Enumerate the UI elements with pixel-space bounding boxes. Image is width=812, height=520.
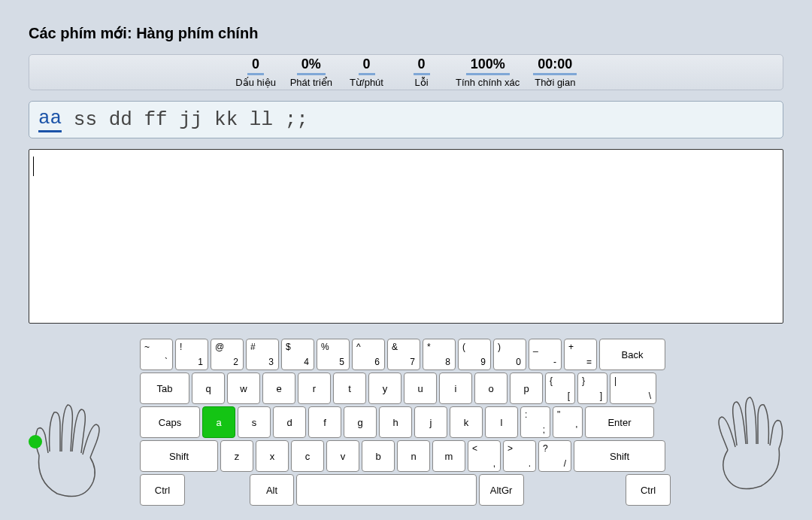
key-tab[interactable]: Tab — [140, 373, 189, 404]
key-u[interactable]: u — [404, 373, 437, 404]
key-`[interactable]: ~` — [140, 339, 173, 370]
key-4[interactable]: $4 — [281, 339, 314, 370]
key-altgr[interactable]: AltGr — [479, 474, 524, 506]
stat-value: 00:00 — [533, 56, 577, 75]
typing-input[interactable] — [29, 149, 783, 324]
stat-label: Thời gian — [535, 77, 575, 88]
stat-label: Từ/phút — [350, 77, 383, 88]
stat-value: 0 — [414, 56, 430, 75]
key-x[interactable]: x — [256, 440, 289, 472]
key-t[interactable]: t — [333, 373, 366, 404]
key-3[interactable]: #3 — [246, 339, 279, 370]
stat-label: Phát triển — [290, 77, 332, 88]
key-i[interactable]: i — [439, 373, 472, 404]
key-ctrl-right[interactable]: Ctrl — [626, 474, 671, 506]
key-shift-right[interactable]: Shift — [574, 440, 665, 472]
key-/[interactable]: ?/ — [538, 440, 571, 472]
key-shift-left[interactable]: Shift — [140, 440, 218, 472]
key-o[interactable]: o — [474, 373, 508, 404]
key-][interactable]: }] — [577, 373, 607, 404]
key-q[interactable]: q — [192, 373, 225, 404]
key-ctrl-left[interactable]: Ctrl — [140, 474, 185, 506]
key-p[interactable]: p — [510, 373, 543, 404]
key-r[interactable]: r — [298, 373, 331, 404]
target-highlighted: aa — [38, 107, 62, 132]
stat-signs: 0 Dấu hiệu — [235, 56, 277, 88]
key-k[interactable]: k — [450, 406, 483, 438]
key-0[interactable]: )0 — [493, 339, 526, 370]
stat-value: 0 — [359, 56, 375, 75]
stat-label: Dấu hiệu — [235, 77, 276, 88]
target-text-display: aa ss dd ff jj kk ll ;; — [29, 101, 783, 138]
key-space[interactable] — [296, 474, 476, 506]
key-7[interactable]: &7 — [387, 339, 420, 370]
stats-bar: 0 Dấu hiệu 0% Phát triển 0 Từ/phút 0 Lỗi… — [29, 54, 783, 90]
key-backspace[interactable]: Back — [599, 339, 665, 370]
stat-value: 0% — [297, 56, 326, 75]
stat-label: Tính chính xác — [456, 77, 520, 88]
key-.[interactable]: >. — [503, 440, 536, 472]
key-g[interactable]: g — [344, 406, 377, 438]
key-1[interactable]: !1 — [175, 339, 208, 370]
key-h[interactable]: h — [379, 406, 412, 438]
key-'[interactable]: "' — [553, 406, 583, 438]
stat-value: 0 — [247, 56, 264, 75]
key-=[interactable]: += — [564, 339, 597, 370]
stat-wpm: 0 Từ/phút — [346, 56, 387, 88]
key--[interactable]: _- — [529, 339, 562, 370]
finger-indicator-dot — [29, 435, 42, 449]
key-backslash[interactable]: |\ — [610, 373, 656, 404]
virtual-keyboard: ~`!1@2#3$4%5^6&7*8(9)0_-+=Back Tabqwerty… — [140, 339, 671, 508]
key-a[interactable]: a — [202, 406, 235, 438]
key-6[interactable]: ^6 — [352, 339, 385, 370]
right-hand-icon — [687, 390, 800, 503]
stat-value: 100% — [466, 56, 510, 75]
key-b[interactable]: b — [362, 440, 395, 472]
key-l[interactable]: l — [485, 406, 518, 438]
target-rest: ss dd ff jj kk ll ;; — [62, 108, 308, 131]
stat-errors: 0 Lỗi — [401, 56, 442, 88]
key-m[interactable]: m — [432, 440, 465, 472]
key-c[interactable]: c — [291, 440, 324, 472]
text-cursor — [33, 157, 34, 176]
key-alt[interactable]: Alt — [250, 474, 295, 506]
key-v[interactable]: v — [326, 440, 359, 472]
stat-time: 00:00 Thời gian — [533, 56, 577, 88]
key-8[interactable]: *8 — [423, 339, 456, 370]
key-d[interactable]: d — [273, 406, 306, 438]
key-;[interactable]: :; — [520, 406, 550, 438]
stat-progress: 0% Phát triển — [290, 56, 332, 88]
key-9[interactable]: (9 — [458, 339, 491, 370]
key-enter[interactable]: Enter — [585, 406, 654, 438]
key-s[interactable]: s — [238, 406, 271, 438]
key-,[interactable]: <, — [468, 440, 501, 472]
key-capslock[interactable]: Caps — [140, 406, 200, 438]
key-5[interactable]: %5 — [317, 339, 350, 370]
left-hand-icon — [18, 399, 123, 504]
key-z[interactable]: z — [220, 440, 253, 472]
key-n[interactable]: n — [397, 440, 430, 472]
key-j[interactable]: j — [414, 406, 447, 438]
key-w[interactable]: w — [227, 373, 260, 404]
stat-label: Lỗi — [414, 77, 428, 88]
key-[[interactable]: {[ — [545, 373, 575, 404]
stat-accuracy: 100% Tính chính xác — [456, 56, 520, 88]
page-title: Các phím mới: Hàng phím chính — [29, 24, 258, 42]
key-2[interactable]: @2 — [211, 339, 244, 370]
key-e[interactable]: e — [262, 373, 295, 404]
key-y[interactable]: y — [368, 373, 401, 404]
key-f[interactable]: f — [308, 406, 341, 438]
